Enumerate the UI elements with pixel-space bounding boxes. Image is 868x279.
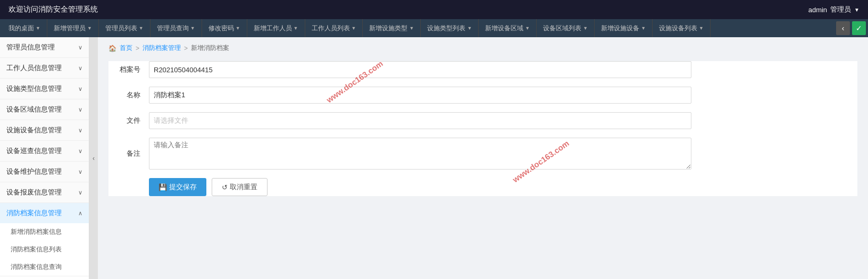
reset-button[interactable]: ↺ 取消重置 bbox=[212, 178, 268, 196]
sidebar-group-facility-type-header[interactable]: 设施类型信息管理 ∨ bbox=[0, 79, 89, 99]
chevron-icon: ∨ bbox=[78, 106, 82, 113]
sidebar-group-worker: 工作人员信息管理 ∨ bbox=[0, 58, 89, 79]
chevron-icon: ∨ bbox=[78, 189, 82, 196]
layout: 管理员信息管理 ∨ 工作人员信息管理 ∨ 设施类型信息管理 ∨ 设备区域信息管理… bbox=[0, 37, 868, 279]
form-container: www.doc163.com www.doc163.com 档案号 名称 文件 … bbox=[108, 61, 857, 196]
breadcrumb-current: 新增消防档案 bbox=[191, 44, 229, 53]
user-dropdown-arrow: ▼ bbox=[854, 7, 859, 13]
chevron-icon: ∨ bbox=[78, 86, 82, 92]
submit-icon: 💾 bbox=[158, 183, 167, 191]
main-content: 🏠 首页 > 消防档案管理 > 新增消防档案 www.doc163.com ww… bbox=[98, 37, 868, 279]
label-name: 名称 bbox=[108, 90, 140, 100]
sidebar-group-worker-header[interactable]: 工作人员信息管理 ∨ bbox=[0, 58, 89, 78]
tab-add-worker[interactable]: 新增工作人员 ▼ bbox=[247, 19, 305, 37]
breadcrumb-level1-link[interactable]: 消防档案管理 bbox=[143, 44, 181, 53]
input-archive-id[interactable] bbox=[149, 61, 691, 78]
user-menu[interactable]: admin 管理员 ▼ bbox=[808, 5, 859, 14]
breadcrumb-home-link[interactable]: 首页 bbox=[120, 44, 132, 53]
label-remark: 备注 bbox=[108, 149, 140, 158]
username: admin bbox=[808, 6, 827, 14]
tab-device-area-list[interactable]: 设备区域列表 ▼ bbox=[537, 19, 595, 37]
sidebar-group-device-area: 设备区域信息管理 ∨ bbox=[0, 99, 89, 120]
tab-desktop[interactable]: 我的桌面 ▼ bbox=[2, 19, 47, 37]
sidebar-group-scrap: 设备报废信息管理 ∨ bbox=[0, 182, 89, 203]
tab-change-password[interactable]: 修改密码 ▼ bbox=[202, 19, 247, 37]
tab-admin-query[interactable]: 管理员查询 ▼ bbox=[151, 19, 202, 37]
sidebar-group-archive-header[interactable]: 消防档案信息管理 ∧ bbox=[0, 203, 89, 223]
breadcrumb-sep2: > bbox=[184, 45, 188, 52]
label-file: 文件 bbox=[108, 116, 140, 125]
form-row-name: 名称 bbox=[108, 87, 857, 104]
button-row: 💾 提交保存 ↺ 取消重置 bbox=[149, 178, 857, 196]
input-name[interactable] bbox=[149, 87, 691, 104]
sidebar-item-add-archive[interactable]: 新增消防档案信息 bbox=[0, 223, 89, 241]
tab-add-admin[interactable]: 新增管理员 ▼ bbox=[47, 19, 99, 37]
label-archive-id: 档案号 bbox=[108, 65, 140, 74]
nav-prev-button[interactable]: ‹ bbox=[836, 21, 850, 35]
app-title: 欢迎访问消防安全管理系统 bbox=[9, 5, 98, 14]
nav-next-button[interactable]: ✓ bbox=[852, 21, 866, 35]
sidebar-group-scrap-header[interactable]: 设备报废信息管理 ∨ bbox=[0, 182, 89, 202]
form-row-remark: 备注 bbox=[108, 138, 857, 170]
sidebar-group-device-area-header[interactable]: 设备区域信息管理 ∨ bbox=[0, 99, 89, 120]
sidebar-group-archive: 消防档案信息管理 ∧ 新增消防档案信息 消防档案信息列表 消防档案信息查询 bbox=[0, 203, 89, 276]
chevron-icon: ∨ bbox=[78, 148, 82, 155]
chevron-icon: ∨ bbox=[78, 127, 82, 134]
chevron-icon: ∨ bbox=[78, 44, 82, 51]
submit-button[interactable]: 💾 提交保存 bbox=[149, 178, 206, 196]
tab-add-device[interactable]: 新增设施设备 ▼ bbox=[595, 19, 653, 37]
sidebar-group-maintenance-header[interactable]: 设备维护信息管理 ∨ bbox=[0, 162, 89, 182]
breadcrumb-home-icon: 🏠 bbox=[108, 45, 116, 52]
sidebar-group-admin: 管理员信息管理 ∨ bbox=[0, 37, 89, 58]
sidebar-group-facility-type: 设施类型信息管理 ∨ bbox=[0, 79, 89, 99]
top-bar: 欢迎访问消防安全管理系统 admin 管理员 ▼ bbox=[0, 0, 868, 19]
chevron-up-icon: ∧ bbox=[78, 210, 82, 217]
sidebar-collapse-button[interactable]: ‹ bbox=[89, 37, 98, 279]
form-row-file: 文件 请选择文件 bbox=[108, 112, 857, 129]
sidebar-group-patrol: 设备巡查信息管理 ∨ bbox=[0, 141, 89, 162]
sidebar-group-admin-header[interactable]: 管理员信息管理 ∨ bbox=[0, 37, 89, 57]
sidebar: 管理员信息管理 ∨ 工作人员信息管理 ∨ 设施类型信息管理 ∨ 设备区域信息管理… bbox=[0, 37, 89, 279]
user-role: 管理员 bbox=[830, 5, 851, 14]
sidebar-group-facility-device: 设施设备信息管理 ∨ bbox=[0, 120, 89, 141]
chevron-icon: ∨ bbox=[78, 65, 82, 72]
sidebar-group-facility-device-header[interactable]: 设施设备信息管理 ∨ bbox=[0, 120, 89, 140]
tab-add-facility-type[interactable]: 新增设施类型 ▼ bbox=[363, 19, 421, 37]
form-row-archive-id: 档案号 bbox=[108, 61, 857, 78]
sidebar-item-archive-query[interactable]: 消防档案信息查询 bbox=[0, 258, 89, 276]
sidebar-group-patrol-header[interactable]: 设备巡查信息管理 ∨ bbox=[0, 141, 89, 161]
tab-add-device-area[interactable]: 新增设备区域 ▼ bbox=[479, 19, 537, 37]
tab-admin-list[interactable]: 管理员列表 ▼ bbox=[99, 19, 151, 37]
breadcrumb-sep1: > bbox=[136, 45, 139, 52]
chevron-icon: ∨ bbox=[78, 168, 82, 175]
breadcrumb: 🏠 首页 > 消防档案管理 > 新增消防档案 bbox=[108, 44, 857, 53]
tab-worker-list[interactable]: 工作人员列表 ▼ bbox=[305, 19, 363, 37]
reset-icon: ↺ bbox=[222, 183, 228, 191]
sidebar-item-archive-list[interactable]: 消防档案信息列表 bbox=[0, 241, 89, 258]
nav-tabs: 我的桌面 ▼ 新增管理员 ▼ 管理员列表 ▼ 管理员查询 ▼ 修改密码 ▼ 新增… bbox=[0, 19, 868, 37]
sidebar-group-maintenance: 设备维护信息管理 ∨ bbox=[0, 162, 89, 182]
tab-facility-type-list[interactable]: 设施类型列表 ▼ bbox=[421, 19, 479, 37]
tab-device-list[interactable]: 设施设备列表 ▼ bbox=[653, 19, 711, 37]
input-remark[interactable] bbox=[149, 138, 691, 170]
file-placeholder[interactable]: 请选择文件 bbox=[149, 112, 691, 129]
